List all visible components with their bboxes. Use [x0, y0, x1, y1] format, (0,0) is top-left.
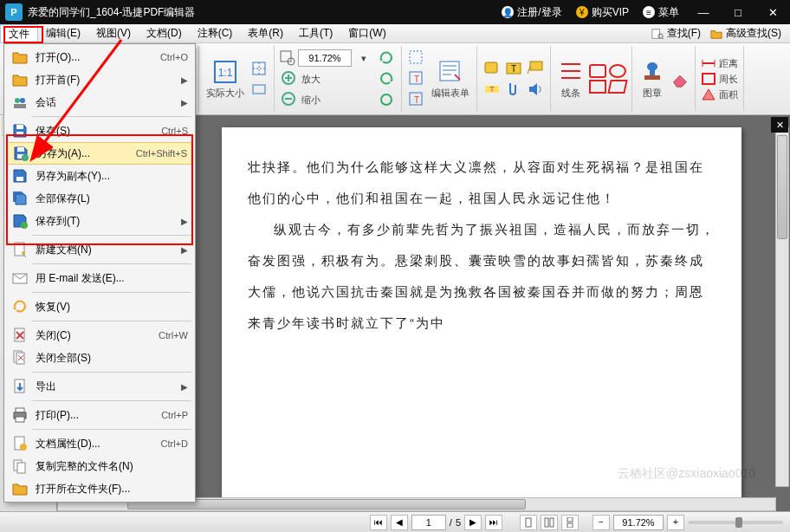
- minimize-button[interactable]: —: [686, 0, 721, 24]
- perimeter-label[interactable]: 周长: [719, 73, 738, 86]
- menu-close-all[interactable]: 关闭全部(S): [6, 347, 193, 369]
- scroll-thumb[interactable]: [777, 135, 787, 239]
- menu-edit[interactable]: 编辑(E): [38, 24, 88, 42]
- next-page-button[interactable]: ▶: [464, 515, 482, 530]
- edit-form-button[interactable]: 编辑表单: [430, 57, 471, 101]
- stamp-button[interactable]: 图章: [638, 57, 667, 101]
- find-button[interactable]: 查找(F): [647, 26, 704, 41]
- poly-tool[interactable]: [607, 80, 627, 94]
- menu-file[interactable]: 文件: [0, 24, 38, 42]
- view-facing-button[interactable]: [541, 515, 558, 530]
- text-tool[interactable]: T: [407, 90, 426, 109]
- menu-window[interactable]: 窗口(W): [340, 24, 393, 42]
- menu-export[interactable]: 导出 ▶: [6, 375, 193, 398]
- zoom-status-input[interactable]: [613, 515, 664, 530]
- menu-separator: [32, 116, 191, 117]
- menu-save-all[interactable]: 全部保存(L): [6, 187, 193, 210]
- textbox-tool[interactable]: T: [504, 59, 523, 78]
- distance-label[interactable]: 距离: [719, 57, 738, 70]
- menu-save-copy[interactable]: 另存为副本(Y)...: [6, 165, 193, 187]
- zoom-in-button[interactable]: [280, 69, 299, 88]
- highlight-tool[interactable]: T: [482, 80, 502, 99]
- fit-width-button[interactable]: [249, 80, 269, 99]
- ribbon-group-stamp: 图章: [632, 46, 696, 112]
- menu-copy-name[interactable]: 复制完整的文件名(N): [6, 455, 193, 477]
- zoom-slider-knob[interactable]: [735, 517, 742, 528]
- prev-page-button[interactable]: ◀: [391, 515, 408, 530]
- menu-save-label: 保存(S): [36, 124, 161, 139]
- menu-recover[interactable]: 恢复(V): [6, 295, 193, 318]
- zoom-slider[interactable]: [688, 521, 783, 524]
- callout-tool[interactable]: [526, 59, 545, 78]
- menu-email[interactable]: 用 E-mail 发送(E)...: [6, 267, 193, 289]
- menu-save-as[interactable]: 另存为(A)... Ctrl+Shift+S: [6, 142, 193, 165]
- ribbon-group-zoom: 1:1 实际大小: [199, 46, 275, 112]
- menu-new-doc-label: 新建文档(N): [36, 243, 188, 257]
- rotate-button[interactable]: [377, 90, 396, 109]
- actual-size-button[interactable]: 1:1 实际大小: [204, 57, 246, 101]
- line-tool-button[interactable]: 线条: [556, 57, 586, 101]
- svg-rect-63: [16, 417, 24, 422]
- submenu-arrow-icon: ▶: [181, 98, 188, 107]
- zoom-in-status[interactable]: +: [667, 515, 684, 530]
- menu-save[interactable]: 保存(S) Ctrl+S: [6, 120, 193, 142]
- menu-email-label: 用 E-mail 发送(E)...: [36, 271, 188, 286]
- menu-session[interactable]: 会话 ▶: [6, 91, 193, 114]
- close-window-button[interactable]: ✕: [755, 0, 790, 24]
- menu-save-as-label: 另存为(A)...: [36, 146, 136, 161]
- fit-page-button[interactable]: [249, 59, 269, 78]
- menu-tool[interactable]: 工具(T): [291, 24, 340, 42]
- svg-point-44: [15, 98, 20, 103]
- login-button[interactable]: 👤 注册/登录: [495, 0, 568, 24]
- menu-open-label: 打开(O)...: [36, 50, 160, 65]
- svg-point-65: [20, 444, 27, 451]
- select-tool[interactable]: [407, 49, 426, 68]
- buy-vip-button[interactable]: ¥ 购买VIP: [569, 0, 636, 24]
- menu-comment[interactable]: 注释(C): [190, 24, 241, 42]
- rect-tool[interactable]: [589, 64, 606, 78]
- attach-tool[interactable]: [504, 80, 523, 99]
- rect-tool[interactable]: [589, 80, 606, 94]
- view-single-button[interactable]: [520, 515, 537, 530]
- menu-new-doc[interactable]: 新建文档(N) ▶: [6, 238, 193, 261]
- zoom-out-button[interactable]: [280, 90, 299, 109]
- ribbon-group-annotate: T T: [477, 46, 551, 112]
- menu-form[interactable]: 表单(R): [240, 24, 291, 42]
- menu-view[interactable]: 视图(V): [88, 24, 139, 42]
- distance-icon: [701, 56, 716, 70]
- first-page-button[interactable]: ⏮: [370, 515, 387, 530]
- maximize-button[interactable]: □: [721, 0, 755, 24]
- sound-tool[interactable]: [526, 80, 545, 99]
- save-copy-icon: [11, 167, 29, 185]
- recover-icon: [11, 298, 29, 315]
- menu-save-to[interactable]: 保存到(T) ▶: [6, 210, 193, 232]
- close-doc-button[interactable]: ✕: [771, 117, 788, 133]
- close-all-icon: [11, 349, 29, 367]
- view-cont-button[interactable]: [561, 515, 579, 530]
- zoom-out-status[interactable]: −: [592, 515, 610, 530]
- save-all-icon: [11, 190, 29, 207]
- page-number-input[interactable]: [411, 515, 446, 530]
- rotate-button[interactable]: [377, 49, 396, 68]
- menu-separator: [32, 400, 191, 401]
- menu-doc-props[interactable]: 文档属性(D)... Ctrl+D: [6, 432, 193, 455]
- zoom-dropdown[interactable]: ▾: [354, 49, 373, 68]
- note-tool[interactable]: [482, 59, 502, 78]
- zoom-input[interactable]: [298, 49, 352, 67]
- menu-document[interactable]: 文档(D): [139, 24, 190, 42]
- vertical-scrollbar[interactable]: [775, 127, 789, 487]
- last-page-button[interactable]: ⏭: [485, 515, 502, 530]
- menu-print[interactable]: 打印(P)... Ctrl+P: [6, 404, 193, 426]
- menu-open-recent[interactable]: 打开首(F) ▶: [6, 68, 193, 91]
- menu-open[interactable]: 打开(O)... Ctrl+O: [6, 46, 193, 68]
- rotate-button[interactable]: [377, 69, 396, 88]
- menu-button[interactable]: ≡ 菜单: [636, 0, 686, 24]
- text-tool[interactable]: T: [407, 69, 426, 88]
- area-label[interactable]: 面积: [719, 88, 738, 101]
- svg-rect-30: [530, 62, 542, 70]
- oval-tool[interactable]: [609, 64, 626, 78]
- eraser-tool[interactable]: [670, 69, 690, 88]
- adv-find-button[interactable]: 高级查找(S): [706, 26, 785, 41]
- menu-open-folder[interactable]: 打开所在文件夹(F)...: [6, 477, 193, 500]
- menu-close[interactable]: 关闭(C) Ctrl+W: [6, 324, 193, 347]
